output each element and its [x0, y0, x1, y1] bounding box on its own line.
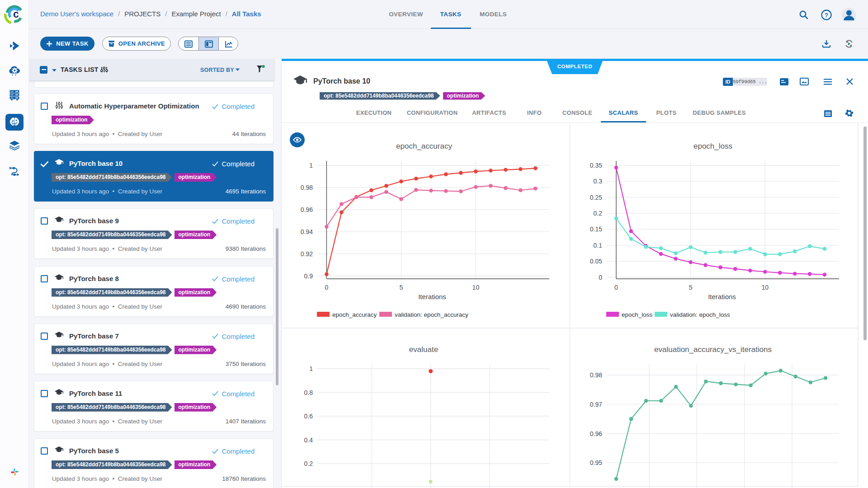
svg-text:1: 1 — [309, 162, 313, 169]
svg-text:0.96: 0.96 — [590, 430, 602, 437]
svg-text:0.9: 0.9 — [304, 272, 313, 280]
svg-text:0.8: 0.8 — [304, 389, 313, 396]
svg-text:1: 1 — [309, 365, 313, 372]
svg-text:0.92: 0.92 — [301, 250, 313, 258]
svg-text:0: 0 — [325, 284, 329, 291]
svg-text:0: 0 — [599, 274, 602, 281]
svg-text:0.2: 0.2 — [594, 210, 603, 217]
svg-text:epoch_accuracy: epoch_accuracy — [332, 311, 377, 318]
svg-text:Iterations: Iterations — [708, 293, 736, 300]
svg-text:0.95: 0.95 — [590, 459, 602, 466]
svg-text:?: ? — [825, 12, 828, 19]
svg-text:0.96: 0.96 — [301, 206, 313, 213]
svg-text:c: c — [13, 8, 19, 20]
svg-text:0.25: 0.25 — [590, 194, 602, 201]
svg-text:0.6: 0.6 — [304, 413, 313, 420]
svg-text:epoch_loss: epoch_loss — [622, 311, 653, 318]
svg-text:0.98: 0.98 — [301, 184, 313, 191]
svg-text:10: 10 — [762, 284, 769, 291]
svg-text:validation: epoch_accuracy: validation: epoch_accuracy — [395, 311, 468, 318]
svg-text:0: 0 — [614, 284, 618, 291]
svg-text:0.15: 0.15 — [590, 225, 602, 233]
svg-text:10: 10 — [472, 284, 480, 291]
svg-text:evaluate: evaluate — [409, 345, 438, 354]
svg-text:0.2: 0.2 — [304, 460, 313, 467]
svg-text:epoch_accuracy: epoch_accuracy — [396, 142, 452, 150]
svg-text:Iterations: Iterations — [418, 293, 446, 300]
svg-text:epoch_loss: epoch_loss — [693, 142, 732, 150]
svg-text:0.05: 0.05 — [590, 258, 602, 265]
svg-text:0.1: 0.1 — [594, 242, 603, 249]
svg-text:0.3: 0.3 — [594, 178, 603, 185]
svg-text:0.4: 0.4 — [304, 436, 313, 444]
svg-text:5: 5 — [400, 284, 403, 291]
svg-text:0.94: 0.94 — [301, 228, 313, 235]
svg-text:5: 5 — [689, 284, 693, 291]
svg-text:0.98: 0.98 — [590, 371, 602, 379]
svg-text:0.97: 0.97 — [590, 401, 602, 408]
svg-text:evaluation_accuracy_vs_iterati: evaluation_accuracy_vs_iterations — [654, 345, 772, 354]
svg-text:0.35: 0.35 — [590, 162, 602, 169]
svg-text:validation: epoch_loss: validation: epoch_loss — [670, 311, 730, 318]
